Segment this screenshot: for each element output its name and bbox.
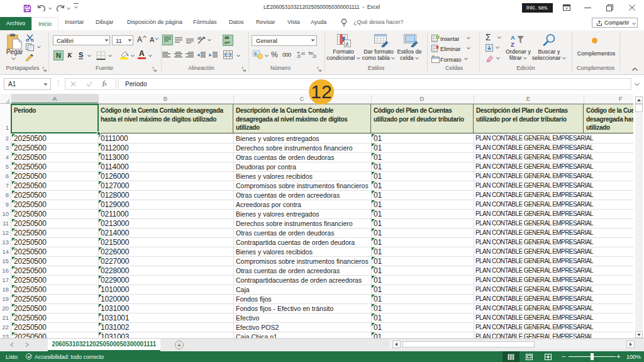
svg-text:≠: ≠	[346, 41, 349, 47]
svg-text:A: A	[511, 34, 515, 41]
svg-text:$: $	[254, 51, 257, 57]
svg-text:Z: Z	[511, 41, 514, 48]
svg-text:.00: .00	[301, 52, 306, 55]
svg-text:ab: ab	[197, 36, 203, 40]
svg-text:.0: .0	[312, 54, 316, 59]
